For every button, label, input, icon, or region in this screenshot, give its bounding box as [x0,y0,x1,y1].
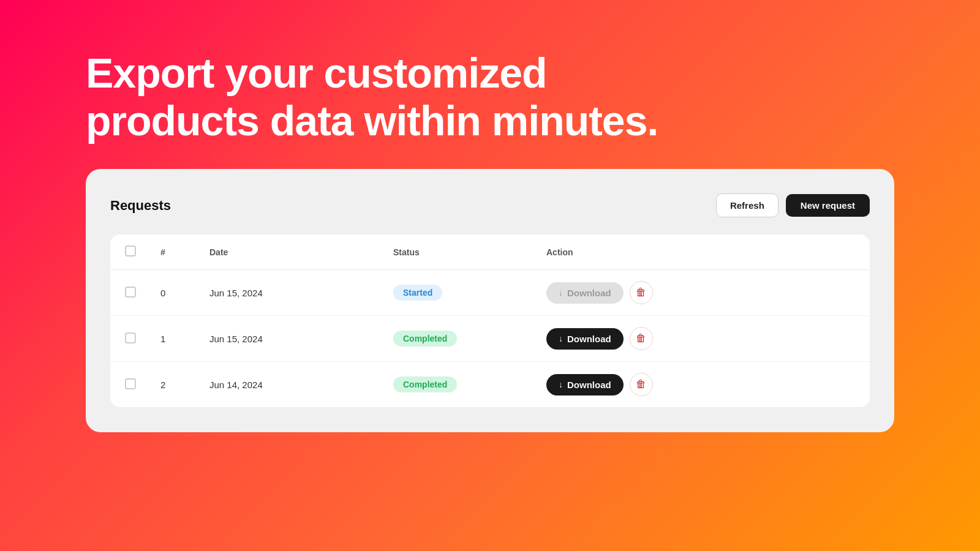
row-checkbox-cell [110,362,148,408]
row-checkbox-0[interactable] [125,287,136,298]
download-label: Download [567,288,611,298]
col-date: Date [197,234,381,270]
requests-table-wrapper: # Date Status Action 0 Jun 15, 2024 Star… [110,234,870,407]
refresh-button[interactable]: Refresh [716,193,778,217]
download-button-2[interactable]: ↓ Download [546,374,624,395]
delete-button-0[interactable]: 🗑 [630,281,653,304]
row-status: Completed [381,362,534,408]
table-row: 1 Jun 15, 2024 Completed ↓ Download 🗑 [110,316,870,362]
row-num: 1 [148,316,197,362]
row-num: 2 [148,362,197,408]
row-action: ↓ Download 🗑 [534,316,870,362]
row-date: Jun 15, 2024 [197,270,381,316]
delete-button-2[interactable]: 🗑 [630,373,653,396]
row-status: Started [381,270,534,316]
row-date: Jun 15, 2024 [197,316,381,362]
download-icon: ↓ [559,334,563,343]
download-button-0[interactable]: ↓ Download [546,282,624,304]
col-action: Action [534,234,870,270]
download-button-1[interactable]: ↓ Download [546,328,624,350]
row-status: Completed [381,316,534,362]
card-title: Requests [110,198,171,214]
row-checkbox-cell [110,316,148,362]
download-label: Download [567,380,611,390]
trash-icon: 🗑 [636,287,646,299]
hero-section: Export your customized products data wit… [0,0,980,169]
action-cell: ↓ Download 🗑 [546,373,858,396]
row-num: 0 [148,270,197,316]
select-all-checkbox[interactable] [125,246,136,257]
trash-icon: 🗑 [636,332,646,345]
table-row: 2 Jun 14, 2024 Completed ↓ Download 🗑 [110,362,870,408]
header-buttons: Refresh New request [716,193,870,217]
action-cell: ↓ Download 🗑 [546,281,858,304]
status-badge: Completed [393,331,457,347]
download-icon: ↓ [559,288,563,298]
row-date: Jun 14, 2024 [197,362,381,408]
col-status: Status [381,234,534,270]
card-header: Requests Refresh New request [110,193,870,217]
row-checkbox-2[interactable] [125,378,136,389]
action-cell: ↓ Download 🗑 [546,327,858,350]
requests-card: Requests Refresh New request # Date Stat… [86,169,894,432]
table-header-row: # Date Status Action [110,234,870,270]
status-badge: Started [393,285,442,301]
col-num: # [148,234,197,270]
trash-icon: 🗑 [636,378,646,391]
download-label: Download [567,334,611,344]
new-request-button[interactable]: New request [786,194,870,217]
table-row: 0 Jun 15, 2024 Started ↓ Download 🗑 [110,270,870,316]
download-icon: ↓ [559,380,563,389]
row-action: ↓ Download 🗑 [534,270,870,316]
row-checkbox-1[interactable] [125,332,136,343]
delete-button-1[interactable]: 🗑 [630,327,653,350]
col-checkbox [110,234,148,270]
requests-table: # Date Status Action 0 Jun 15, 2024 Star… [110,234,870,407]
hero-title: Export your customized products data wit… [86,49,894,144]
status-badge: Completed [393,377,457,392]
row-checkbox-cell [110,270,148,316]
row-action: ↓ Download 🗑 [534,362,870,408]
